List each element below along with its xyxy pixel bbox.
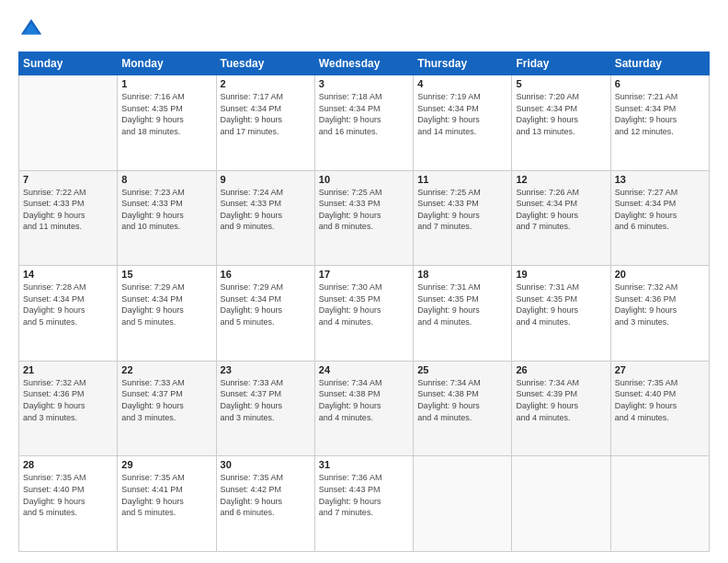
day-number: 17 bbox=[319, 269, 409, 280]
calendar-table: SundayMondayTuesdayWednesdayThursdayFrid… bbox=[18, 52, 710, 552]
day-info: Sunrise: 7:34 AM Sunset: 4:38 PM Dayligh… bbox=[417, 377, 507, 423]
calendar-cell: 21Sunrise: 7:32 AM Sunset: 4:36 PM Dayli… bbox=[19, 361, 118, 456]
day-number: 30 bbox=[221, 459, 311, 470]
day-info: Sunrise: 7:23 AM Sunset: 4:33 PM Dayligh… bbox=[121, 187, 211, 233]
day-info: Sunrise: 7:24 AM Sunset: 4:33 PM Dayligh… bbox=[221, 187, 311, 233]
calendar-cell: 24Sunrise: 7:34 AM Sunset: 4:38 PM Dayli… bbox=[314, 361, 413, 456]
day-info: Sunrise: 7:29 AM Sunset: 4:34 PM Dayligh… bbox=[221, 282, 311, 327]
day-info: Sunrise: 7:34 AM Sunset: 4:38 PM Dayligh… bbox=[319, 377, 409, 423]
day-info: Sunrise: 7:31 AM Sunset: 4:35 PM Dayligh… bbox=[417, 282, 507, 327]
calendar-cell: 28Sunrise: 7:35 AM Sunset: 4:40 PM Dayli… bbox=[19, 456, 118, 552]
day-number: 19 bbox=[516, 269, 606, 280]
calendar-cell: 27Sunrise: 7:35 AM Sunset: 4:40 PM Dayli… bbox=[610, 361, 709, 456]
weekday-header: Thursday bbox=[414, 52, 512, 75]
calendar-cell: 18Sunrise: 7:31 AM Sunset: 4:35 PM Dayli… bbox=[414, 266, 512, 362]
day-number: 26 bbox=[516, 364, 606, 375]
day-number: 22 bbox=[121, 364, 211, 375]
calendar-cell: 4Sunrise: 7:19 AM Sunset: 4:34 PM Daylig… bbox=[414, 75, 512, 171]
day-info: Sunrise: 7:35 AM Sunset: 4:40 PM Dayligh… bbox=[23, 472, 113, 518]
day-number: 5 bbox=[516, 78, 606, 89]
calendar-header-row: SundayMondayTuesdayWednesdayThursdayFrid… bbox=[19, 52, 710, 75]
calendar-week-row: 14Sunrise: 7:28 AM Sunset: 4:34 PM Dayli… bbox=[19, 266, 710, 362]
day-info: Sunrise: 7:25 AM Sunset: 4:33 PM Dayligh… bbox=[319, 187, 409, 233]
day-info: Sunrise: 7:25 AM Sunset: 4:33 PM Dayligh… bbox=[417, 187, 507, 233]
day-info: Sunrise: 7:19 AM Sunset: 4:34 PM Dayligh… bbox=[417, 91, 507, 137]
calendar-cell: 12Sunrise: 7:26 AM Sunset: 4:34 PM Dayli… bbox=[512, 170, 610, 266]
day-number: 23 bbox=[221, 364, 311, 375]
weekday-header: Tuesday bbox=[216, 52, 314, 75]
calendar-cell: 29Sunrise: 7:35 AM Sunset: 4:41 PM Dayli… bbox=[118, 456, 216, 552]
day-info: Sunrise: 7:22 AM Sunset: 4:33 PM Dayligh… bbox=[23, 187, 113, 233]
calendar-cell bbox=[414, 456, 512, 552]
day-number: 16 bbox=[221, 269, 311, 280]
logo bbox=[18, 17, 48, 42]
calendar-cell: 10Sunrise: 7:25 AM Sunset: 4:33 PM Dayli… bbox=[314, 170, 413, 266]
calendar-cell: 23Sunrise: 7:33 AM Sunset: 4:37 PM Dayli… bbox=[216, 361, 314, 456]
day-info: Sunrise: 7:21 AM Sunset: 4:34 PM Dayligh… bbox=[615, 91, 705, 137]
calendar-cell: 31Sunrise: 7:36 AM Sunset: 4:43 PM Dayli… bbox=[314, 456, 413, 552]
day-number: 31 bbox=[319, 459, 409, 470]
weekday-header: Friday bbox=[512, 52, 610, 75]
day-number: 24 bbox=[319, 364, 409, 375]
header bbox=[18, 17, 710, 42]
calendar-cell bbox=[512, 456, 610, 552]
day-info: Sunrise: 7:17 AM Sunset: 4:34 PM Dayligh… bbox=[221, 91, 311, 137]
logo-icon bbox=[18, 17, 44, 42]
day-number: 1 bbox=[121, 78, 211, 89]
day-info: Sunrise: 7:30 AM Sunset: 4:35 PM Dayligh… bbox=[319, 282, 409, 327]
day-info: Sunrise: 7:35 AM Sunset: 4:40 PM Dayligh… bbox=[615, 377, 705, 423]
day-info: Sunrise: 7:34 AM Sunset: 4:39 PM Dayligh… bbox=[516, 377, 606, 423]
calendar-cell: 6Sunrise: 7:21 AM Sunset: 4:34 PM Daylig… bbox=[610, 75, 709, 171]
calendar-cell: 17Sunrise: 7:30 AM Sunset: 4:35 PM Dayli… bbox=[314, 266, 413, 362]
day-number: 18 bbox=[417, 269, 507, 280]
calendar-cell: 9Sunrise: 7:24 AM Sunset: 4:33 PM Daylig… bbox=[216, 170, 314, 266]
day-info: Sunrise: 7:33 AM Sunset: 4:37 PM Dayligh… bbox=[221, 377, 311, 423]
day-number: 9 bbox=[221, 174, 311, 185]
page: SundayMondayTuesdayWednesdayThursdayFrid… bbox=[0, 0, 728, 563]
day-info: Sunrise: 7:28 AM Sunset: 4:34 PM Dayligh… bbox=[23, 282, 113, 327]
calendar-cell: 3Sunrise: 7:18 AM Sunset: 4:34 PM Daylig… bbox=[314, 75, 413, 171]
day-number: 12 bbox=[516, 174, 606, 185]
calendar-cell: 14Sunrise: 7:28 AM Sunset: 4:34 PM Dayli… bbox=[19, 266, 118, 362]
day-info: Sunrise: 7:29 AM Sunset: 4:34 PM Dayligh… bbox=[121, 282, 211, 327]
calendar-cell: 2Sunrise: 7:17 AM Sunset: 4:34 PM Daylig… bbox=[216, 75, 314, 171]
day-info: Sunrise: 7:16 AM Sunset: 4:35 PM Dayligh… bbox=[121, 91, 211, 137]
day-number: 10 bbox=[319, 174, 409, 185]
day-info: Sunrise: 7:26 AM Sunset: 4:34 PM Dayligh… bbox=[516, 187, 606, 233]
day-number: 15 bbox=[121, 269, 211, 280]
calendar-week-row: 21Sunrise: 7:32 AM Sunset: 4:36 PM Dayli… bbox=[19, 361, 710, 456]
calendar-cell: 8Sunrise: 7:23 AM Sunset: 4:33 PM Daylig… bbox=[118, 170, 216, 266]
day-number: 14 bbox=[23, 269, 113, 280]
calendar-cell: 22Sunrise: 7:33 AM Sunset: 4:37 PM Dayli… bbox=[118, 361, 216, 456]
calendar-cell: 16Sunrise: 7:29 AM Sunset: 4:34 PM Dayli… bbox=[216, 266, 314, 362]
calendar-cell: 13Sunrise: 7:27 AM Sunset: 4:34 PM Dayli… bbox=[610, 170, 709, 266]
day-info: Sunrise: 7:35 AM Sunset: 4:42 PM Dayligh… bbox=[221, 472, 311, 518]
calendar-cell bbox=[19, 75, 118, 171]
day-number: 3 bbox=[319, 78, 409, 89]
calendar-cell: 1Sunrise: 7:16 AM Sunset: 4:35 PM Daylig… bbox=[118, 75, 216, 171]
calendar-cell: 11Sunrise: 7:25 AM Sunset: 4:33 PM Dayli… bbox=[414, 170, 512, 266]
day-number: 11 bbox=[417, 174, 507, 185]
weekday-header: Wednesday bbox=[314, 52, 413, 75]
weekday-header: Monday bbox=[118, 52, 216, 75]
day-info: Sunrise: 7:27 AM Sunset: 4:34 PM Dayligh… bbox=[615, 187, 705, 233]
calendar-cell: 26Sunrise: 7:34 AM Sunset: 4:39 PM Dayli… bbox=[512, 361, 610, 456]
day-number: 6 bbox=[615, 78, 705, 89]
day-number: 7 bbox=[23, 174, 113, 185]
day-number: 13 bbox=[615, 174, 705, 185]
calendar-week-row: 7Sunrise: 7:22 AM Sunset: 4:33 PM Daylig… bbox=[19, 170, 710, 266]
day-info: Sunrise: 7:36 AM Sunset: 4:43 PM Dayligh… bbox=[319, 472, 409, 518]
calendar-cell: 20Sunrise: 7:32 AM Sunset: 4:36 PM Dayli… bbox=[610, 266, 709, 362]
calendar-cell: 15Sunrise: 7:29 AM Sunset: 4:34 PM Dayli… bbox=[118, 266, 216, 362]
calendar-cell: 30Sunrise: 7:35 AM Sunset: 4:42 PM Dayli… bbox=[216, 456, 314, 552]
day-number: 25 bbox=[417, 364, 507, 375]
day-number: 20 bbox=[615, 269, 705, 280]
day-info: Sunrise: 7:32 AM Sunset: 4:36 PM Dayligh… bbox=[615, 282, 705, 327]
weekday-header: Saturday bbox=[610, 52, 709, 75]
calendar-week-row: 1Sunrise: 7:16 AM Sunset: 4:35 PM Daylig… bbox=[19, 75, 710, 171]
day-number: 21 bbox=[23, 364, 113, 375]
day-info: Sunrise: 7:33 AM Sunset: 4:37 PM Dayligh… bbox=[121, 377, 211, 423]
day-info: Sunrise: 7:18 AM Sunset: 4:34 PM Dayligh… bbox=[319, 91, 409, 137]
day-info: Sunrise: 7:32 AM Sunset: 4:36 PM Dayligh… bbox=[23, 377, 113, 423]
calendar-cell: 25Sunrise: 7:34 AM Sunset: 4:38 PM Dayli… bbox=[414, 361, 512, 456]
